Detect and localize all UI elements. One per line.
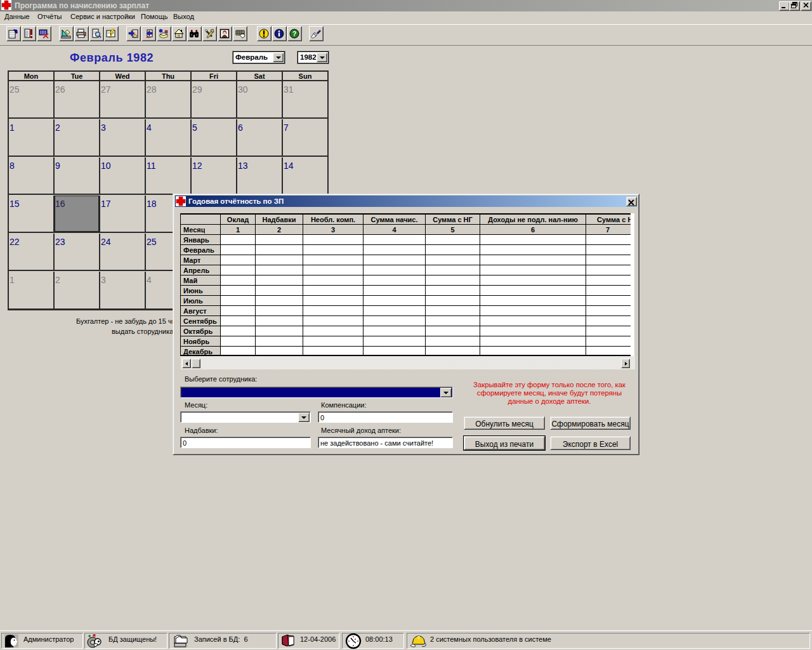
- svg-text:?: ?: [292, 30, 297, 37]
